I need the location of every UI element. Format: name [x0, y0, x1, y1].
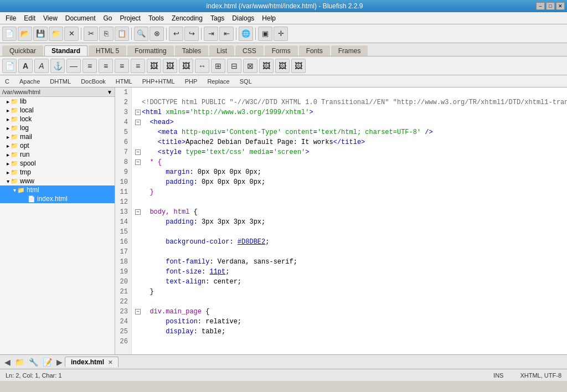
menu-item-tags[interactable]: Tags: [207, 13, 228, 23]
tab-standard[interactable]: Standard: [44, 45, 87, 56]
align-right-icon[interactable]: ≡: [115, 59, 129, 73]
tree-label: spool: [20, 159, 36, 167]
tag-c[interactable]: C: [2, 78, 12, 85]
align-justify-icon[interactable]: ≡: [131, 59, 145, 73]
menu-item-tools[interactable]: Tools: [145, 13, 167, 23]
tab-filemgr-button[interactable]: 📝: [40, 358, 54, 367]
menu-item-help[interactable]: Help: [259, 13, 279, 23]
close-window-button[interactable]: ✕: [556, 2, 565, 10]
tree-item-run[interactable]: ▸📁run: [0, 150, 115, 159]
tag-apache[interactable]: Apache: [17, 78, 43, 85]
tab-script-button[interactable]: 🔧: [27, 358, 40, 367]
tree-item-tmp[interactable]: ▸📁tmp: [0, 168, 115, 177]
font-a-icon[interactable]: A: [18, 59, 33, 73]
tag-replace[interactable]: Replace: [204, 78, 232, 85]
tab-forms[interactable]: Forms: [265, 45, 298, 56]
copy-button[interactable]: ⎘: [99, 27, 114, 41]
misc1-icon[interactable]: ↔: [195, 59, 209, 73]
misc4-icon[interactable]: ⊠: [243, 59, 257, 73]
tab-folder-button[interactable]: 📁: [13, 358, 27, 367]
collapse-icon-4[interactable]: −: [135, 120, 141, 125]
tree-item-log[interactable]: ▸📁log: [0, 123, 115, 132]
tag-php[interactable]: PHP: [182, 78, 200, 85]
misc2-icon[interactable]: ⊞: [211, 59, 225, 73]
redo-button[interactable]: ↪: [184, 27, 199, 41]
bottom-tab-close[interactable]: ✕: [108, 359, 112, 365]
menu-item-go[interactable]: Go: [100, 13, 116, 23]
maximize-button[interactable]: □: [546, 2, 555, 10]
collapse-icon-23[interactable]: −: [135, 309, 141, 314]
misc5-icon[interactable]: 🖼: [259, 59, 274, 73]
tab-fonts[interactable]: Fonts: [299, 45, 330, 56]
tree-item-local[interactable]: ▸📁local: [0, 106, 115, 115]
menu-item-zencoding[interactable]: Zencoding: [168, 13, 206, 23]
tree-item-mail[interactable]: ▸📁mail: [0, 132, 115, 141]
align-left-icon[interactable]: ≡: [83, 59, 97, 73]
unindent-button[interactable]: ⇤: [219, 27, 234, 41]
tree-item-spool[interactable]: ▸📁spool: [0, 159, 115, 168]
save-as-button[interactable]: 📁: [49, 27, 63, 41]
tag-html[interactable]: HTML: [113, 78, 135, 85]
image2-icon[interactable]: 🖼: [163, 59, 177, 73]
bottom-tab-indexhtml[interactable]: index.html ✕: [65, 357, 118, 367]
menu-item-view[interactable]: View: [40, 13, 61, 23]
tree-item-lock[interactable]: ▸📁lock: [0, 115, 115, 123]
collapse-icon-13[interactable]: −: [135, 209, 141, 215]
misc6-icon[interactable]: 🖼: [275, 59, 290, 73]
open-folder-button[interactable]: 📂: [18, 27, 32, 41]
font-a-italic-icon[interactable]: A: [34, 59, 49, 73]
indent-button[interactable]: ⇥: [204, 27, 218, 41]
new-file-button[interactable]: 📄: [2, 27, 17, 41]
folder-icon: 📁: [11, 160, 18, 167]
menu-item-edit[interactable]: Edit: [20, 13, 39, 23]
paste-button[interactable]: 📋: [115, 27, 129, 41]
tab-prev-button[interactable]: ◀: [2, 358, 13, 367]
misc3-icon[interactable]: ⊟: [227, 59, 241, 73]
clear-button[interactable]: ⊗: [150, 27, 164, 41]
tag-docbook[interactable]: DocBook: [78, 78, 109, 85]
tab-next-button[interactable]: ▶: [54, 358, 65, 367]
tab-quickbar[interactable]: Quickbar: [2, 45, 43, 56]
code-content[interactable]: <!DOCTYPE html PUBLIC "-//W3C//DTD XHTML…: [132, 87, 567, 354]
align-center-icon[interactable]: ≡: [99, 59, 113, 73]
cut-button[interactable]: ✂: [84, 27, 98, 41]
tree-dropdown[interactable]: ▼: [107, 89, 112, 95]
tab-list[interactable]: List: [209, 45, 234, 56]
anchor-icon[interactable]: ⚓: [50, 59, 65, 73]
collapse-icon-3[interactable]: −: [135, 110, 141, 115]
break-icon[interactable]: —: [66, 59, 81, 73]
image-icon[interactable]: 🖼: [147, 59, 161, 73]
tree-item-opt[interactable]: ▸📁opt: [0, 141, 115, 150]
browser-button[interactable]: 🌐: [239, 27, 253, 41]
tree-item-www[interactable]: ▾📁www: [0, 177, 115, 185]
tag-dhtml[interactable]: DHTML: [47, 78, 74, 85]
tab-frames[interactable]: Frames: [331, 45, 368, 56]
tag-php-html[interactable]: PHP+HTML: [140, 78, 178, 85]
misc7-icon[interactable]: 🖼: [291, 59, 306, 73]
tag-sql[interactable]: SQL: [237, 78, 255, 85]
undo-button[interactable]: ↩: [169, 27, 183, 41]
fullscreen-button[interactable]: ▣: [258, 27, 272, 41]
tab-formatting[interactable]: Formatting: [127, 45, 173, 56]
minimize-button[interactable]: –: [536, 2, 545, 10]
tree-path: /var/www/html: [2, 89, 40, 95]
menu-item-project[interactable]: Project: [117, 13, 144, 23]
tab-css[interactable]: CSS: [235, 45, 264, 56]
layout-button[interactable]: ✛: [274, 27, 288, 41]
editor[interactable]: 1234567891011121314151617181920212223242…: [115, 87, 567, 354]
new-doc-icon[interactable]: 📄: [2, 59, 17, 73]
tab-html-5[interactable]: HTML 5: [89, 45, 126, 56]
find-button[interactable]: 🔍: [134, 27, 148, 41]
tree-item-indexhtml[interactable]: 📄index.html: [0, 194, 115, 203]
menu-item-document[interactable]: Document: [62, 13, 99, 23]
menu-item-dialogs[interactable]: Dialogs: [229, 13, 257, 23]
close-doc-button[interactable]: ✕: [64, 27, 79, 41]
tree-item-lib[interactable]: ▸📁lib: [0, 97, 115, 106]
tree-item-html[interactable]: ▾📁html: [0, 185, 115, 194]
image3-icon[interactable]: 🖼: [179, 59, 193, 73]
save-button[interactable]: 💾: [33, 27, 48, 41]
tab-tables[interactable]: Tables: [175, 45, 209, 56]
collapse-icon-7[interactable]: −: [135, 149, 141, 155]
menu-item-file[interactable]: File: [2, 13, 19, 23]
collapse-icon-8[interactable]: −: [135, 159, 141, 165]
